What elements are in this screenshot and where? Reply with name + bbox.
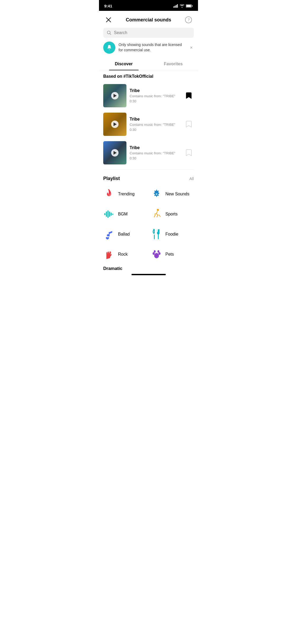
play-icon (114, 122, 117, 126)
sound-desc: Contains music from: "TRIBE" (130, 94, 181, 98)
foodie-label: Foodie (166, 232, 178, 237)
svg-point-27 (153, 252, 155, 255)
bookmark-button[interactable] (184, 147, 194, 158)
battery-icon (186, 4, 193, 8)
pets-label: Pets (166, 252, 174, 257)
sound-info: Tribe Contains music from: "TRIBE" 0:30 (130, 145, 181, 160)
bell-icon (106, 44, 112, 51)
svg-rect-3 (177, 4, 178, 8)
bookmark-outline-icon (186, 121, 192, 128)
sound-name: Tribe (130, 145, 181, 150)
sound-list: Tribe Contains music from: "TRIBE" 0:30 … (99, 81, 198, 167)
status-time: 9:41 (104, 4, 112, 8)
bookmark-button[interactable] (184, 119, 194, 130)
notice-bar: Only showing sounds that are licensed fo… (103, 42, 194, 54)
sound-duration: 0:30 (130, 128, 181, 132)
bgm-label: BGM (118, 212, 128, 217)
all-link[interactable]: All (189, 176, 194, 181)
svg-point-21 (157, 209, 159, 211)
sound-info: Tribe Contains music from: "TRIBE" 0:30 (130, 88, 181, 103)
svg-rect-18 (109, 211, 110, 217)
sound-name: Tribe (130, 117, 181, 122)
playlist-grid: Trending ! New Sounds BGM (99, 184, 198, 264)
signal-icon (173, 4, 178, 8)
play-button[interactable] (111, 121, 119, 128)
playlist-item-pets[interactable]: Pets (149, 244, 196, 264)
svg-rect-16 (106, 211, 107, 217)
sports-label: Sports (166, 212, 178, 217)
wifi-icon (180, 4, 184, 8)
svg-rect-5 (192, 5, 193, 7)
playlist-item-rock[interactable]: Rock (101, 244, 149, 264)
notice-icon (103, 42, 115, 54)
tabs-bar: Discover Favorites (99, 58, 198, 70)
svg-rect-2 (176, 5, 177, 8)
close-button[interactable] (104, 16, 113, 24)
playlist-title: Playlist (103, 176, 120, 181)
sound-desc: Contains music from: "TRIBE" (130, 123, 181, 127)
sound-duration: 0:30 (130, 99, 181, 103)
svg-rect-0 (173, 6, 174, 8)
trending-label: Trending (118, 192, 135, 196)
play-icon (114, 94, 117, 98)
playlist-item-trending[interactable]: Trending (101, 184, 149, 204)
svg-rect-19 (111, 213, 112, 216)
svg-rect-17 (107, 210, 109, 218)
page-title: Commercial sounds (126, 17, 171, 23)
play-icon (114, 151, 117, 155)
ballad-icon (103, 228, 115, 240)
notice-close-button[interactable]: × (189, 44, 194, 52)
new-sounds-label: New Sounds (166, 192, 190, 196)
svg-rect-15 (104, 213, 105, 215)
foodie-icon (151, 228, 162, 240)
play-button[interactable] (111, 92, 119, 99)
playlist-item-sports[interactable]: Sports (149, 204, 196, 224)
home-indicator (99, 271, 198, 277)
svg-text:!: ! (156, 193, 157, 196)
bookmark-button[interactable] (184, 90, 194, 101)
svg-text:?: ? (187, 18, 189, 22)
search-input[interactable] (114, 30, 190, 35)
close-icon (106, 17, 111, 22)
playlist-item-bgm[interactable]: BGM (101, 204, 149, 224)
rock-icon (103, 249, 115, 260)
sound-info: Tribe Contains music from: "TRIBE" 0:30 (130, 117, 181, 132)
pets-icon (151, 249, 162, 260)
play-button[interactable] (111, 149, 119, 157)
trending-icon (103, 188, 115, 200)
playlist-item-new-sounds[interactable]: ! New Sounds (149, 184, 196, 204)
svg-rect-20 (112, 214, 113, 215)
sound-item: Tribe Contains music from: "TRIBE" 0:30 (99, 139, 198, 167)
svg-rect-24 (154, 234, 155, 239)
svg-point-29 (154, 250, 155, 253)
playlist-item-foodie[interactable]: Foodie (149, 224, 196, 244)
sound-desc: Contains music from: "TRIBE" (130, 151, 181, 155)
status-icons (173, 4, 193, 8)
playlist-item-ballad[interactable]: Ballad (101, 224, 149, 244)
svg-line-12 (110, 34, 111, 35)
rock-label: Rock (118, 252, 128, 257)
sound-thumbnail[interactable] (103, 113, 126, 136)
sound-thumbnail[interactable] (103, 141, 126, 164)
tab-favorites[interactable]: Favorites (149, 58, 198, 70)
svg-point-30 (157, 250, 159, 253)
playlist-header: Playlist All (99, 172, 198, 184)
bookmark-outline-icon (186, 149, 192, 156)
search-icon (107, 30, 111, 35)
sound-name: Tribe (130, 88, 181, 93)
tab-discover[interactable]: Discover (99, 58, 149, 70)
svg-point-28 (158, 252, 161, 255)
status-bar: 9:41 (99, 0, 198, 11)
bookmark-icon (186, 92, 192, 99)
search-bar[interactable] (103, 28, 194, 38)
notice-text: Only showing sounds that are licensed fo… (119, 42, 186, 53)
svg-rect-6 (186, 5, 191, 7)
sound-item: Tribe Contains music from: "TRIBE" 0:30 (99, 110, 198, 139)
svg-rect-22 (109, 232, 110, 236)
based-on-title: Based on #TikTokOfficial (99, 70, 198, 81)
sound-thumbnail[interactable] (103, 84, 126, 107)
help-button[interactable]: ? (184, 16, 193, 24)
sports-icon (151, 208, 162, 220)
svg-point-26 (154, 253, 159, 258)
sound-item: Tribe Contains music from: "TRIBE" 0:30 (99, 81, 198, 110)
